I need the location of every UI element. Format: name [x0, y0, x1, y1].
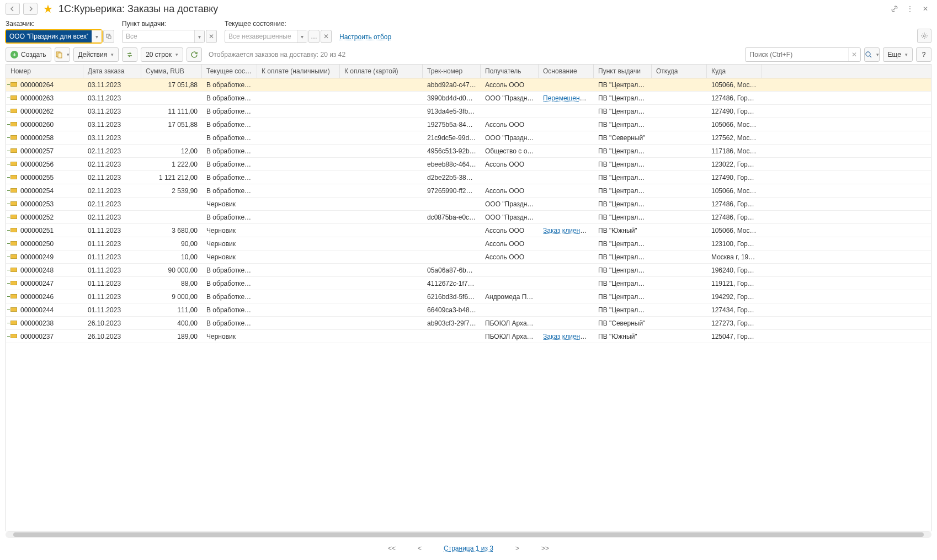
cell-sum: 90,00	[141, 240, 202, 248]
table-row[interactable]: 00000025302.11.2023ЧерновикООО "Праздник…	[6, 198, 931, 211]
th-state[interactable]: Текущее состоя...	[202, 65, 257, 78]
cell-receiver: Ассоль ООО	[481, 227, 539, 234]
cell-number: 000000254	[6, 187, 83, 195]
table-row[interactable]: 00000024901.11.202310,00ЧерновикАссоль О…	[6, 250, 931, 264]
state-clear-button[interactable]: ✕	[321, 30, 332, 43]
table-row[interactable]: 00000024601.11.20239 000,00В обработке (…	[6, 290, 931, 303]
cell-track: 19275b5a-8492-...	[423, 121, 481, 129]
help-button[interactable]: ?	[916, 47, 931, 62]
search-input[interactable]	[746, 48, 848, 61]
basis-link[interactable]: Перемещение т...	[543, 94, 594, 102]
table-row[interactable]: 00000026403.11.202317 051,88В обработке …	[6, 78, 931, 92]
state-input[interactable]	[225, 30, 297, 42]
close-icon[interactable]: ✕	[919, 3, 931, 15]
table-row[interactable]: 00000025702.11.202312,00В обработке (но.…	[6, 145, 931, 158]
customer-dropdown-button[interactable]: ▾	[92, 30, 102, 42]
more-button[interactable]: Еще ▾	[883, 47, 913, 62]
cell-state: Черновик	[202, 200, 257, 208]
nav-forward-button[interactable]	[23, 3, 38, 15]
th-from[interactable]: Откуда	[652, 65, 707, 78]
nav-back-button[interactable]	[6, 3, 20, 15]
cell-receiver: ПБОЮЛ Архаров	[481, 333, 539, 340]
th-track[interactable]: Трек-номер	[423, 65, 481, 78]
pager-prev[interactable]: <	[418, 545, 422, 552]
cell-pickup: ПВ "Центральн...	[594, 108, 652, 115]
favorite-star-icon[interactable]: ★	[43, 2, 53, 15]
th-sum[interactable]: Сумма, RUB	[141, 65, 202, 78]
document-icon	[10, 268, 17, 272]
horizontal-scrollbar[interactable]	[6, 531, 931, 538]
pager-last[interactable]: >>	[541, 545, 549, 552]
th-basis[interactable]: Основание	[539, 65, 594, 78]
pager-first[interactable]: <<	[388, 545, 396, 552]
cell-number: 000000237	[6, 333, 83, 340]
th-date[interactable]: Дата заказа	[83, 65, 141, 78]
rows-button[interactable]: 20 строк ▾	[141, 47, 183, 62]
cell-number: 000000246	[6, 293, 83, 301]
th-number[interactable]: Номер	[6, 65, 83, 78]
cell-pickup: ПВ "Центральн...	[594, 253, 652, 261]
state-dropdown-button[interactable]: ▾	[297, 30, 307, 42]
cell-state: В обработке (но...	[202, 81, 257, 89]
table-row[interactable]: 00000024801.11.202390 000,00В обработке …	[6, 264, 931, 277]
table-row[interactable]: 00000025001.11.202390,00ЧерновикАссоль О…	[6, 237, 931, 250]
cell-track: 3990bd4d-d061-...	[423, 94, 481, 102]
cell-receiver: Общество с огр...	[481, 147, 539, 155]
th-card[interactable]: К оплате (картой)	[340, 65, 423, 78]
cell-basis: Заказ клиента 0...	[539, 227, 594, 234]
create-button[interactable]: + Создать	[6, 47, 51, 62]
table-row[interactable]: 00000025502.11.20231 121 212,00В обработ…	[6, 171, 931, 184]
cell-date: 02.11.2023	[83, 147, 141, 155]
th-cash[interactable]: К оплате (наличными)	[257, 65, 340, 78]
table-row[interactable]: 00000025101.11.20233 680,00ЧерновикАссол…	[6, 224, 931, 237]
state-extra-button[interactable]: …	[308, 30, 320, 43]
cell-pickup: ПВ "Центральн...	[594, 293, 652, 301]
actions-button[interactable]: Действия ▾	[73, 47, 119, 62]
copy-button[interactable]: ▾	[55, 47, 70, 62]
cell-track: 4956c513-92bc-...	[423, 147, 481, 155]
document-icon	[10, 321, 17, 325]
table-row[interactable]: 00000023726.10.2023189,00ЧерновикПБОЮЛ А…	[6, 330, 931, 343]
customer-open-button[interactable]	[103, 30, 114, 43]
customer-input[interactable]	[6, 30, 92, 42]
advanced-search-button[interactable]: ▾	[864, 47, 880, 62]
table-row[interactable]: 00000026203.11.202311 111,00В обработке …	[6, 105, 931, 118]
cell-date: 01.11.2023	[83, 253, 141, 261]
table-row[interactable]: 00000024701.11.202388,00В обработке (но.…	[6, 277, 931, 290]
swap-button[interactable]	[122, 47, 137, 62]
pickup-clear-button[interactable]: ✕	[206, 30, 217, 43]
th-pickup[interactable]: Пункт выдачи	[594, 65, 652, 78]
table-row[interactable]: 00000023826.10.2023400,00В обработке (но…	[6, 317, 931, 330]
cell-date: 26.10.2023	[83, 333, 141, 340]
cell-sum: 189,00	[141, 333, 202, 340]
table-row[interactable]: 00000026003.11.202317 051,88В обработке …	[6, 118, 931, 131]
table-row[interactable]: 00000025402.11.20232 539,90В обработке (…	[6, 184, 931, 198]
kebab-menu-icon[interactable]: ⋮	[904, 3, 916, 15]
table-row[interactable]: 00000026303.11.2023В обработке (но...399…	[6, 92, 931, 105]
document-icon	[10, 307, 17, 312]
cell-number: 000000257	[6, 147, 83, 155]
table-row[interactable]: 00000024401.11.2023111,00В обработке (но…	[6, 303, 931, 317]
pickup-dropdown-button[interactable]: ▾	[194, 30, 204, 42]
filter-settings-button[interactable]	[917, 29, 931, 43]
cell-track: 4112672c-1f78-4...	[423, 280, 481, 287]
cell-pickup: ПВ "Центральн...	[594, 280, 652, 287]
cell-to: 117186, Москва...	[707, 147, 762, 155]
cell-track: 6216bd3d-5f63-4...	[423, 293, 481, 301]
configure-filter-link[interactable]: Настроить отбор	[339, 33, 391, 43]
link-icon[interactable]	[888, 3, 901, 15]
table-row[interactable]: 00000025202.11.2023В обработке (но...dc0…	[6, 211, 931, 224]
pager-next[interactable]: >	[515, 545, 519, 552]
pager-current[interactable]: Страница 1 из 3	[444, 545, 493, 552]
pickup-input[interactable]	[123, 30, 194, 42]
refresh-button[interactable]	[187, 47, 202, 62]
th-receiver[interactable]: Получатель	[481, 65, 539, 78]
table-row[interactable]: 00000025803.11.2023В обработке (но...21c…	[6, 131, 931, 145]
table-row[interactable]: 00000025602.11.20231 222,00В обработке (…	[6, 158, 931, 171]
basis-link[interactable]: Заказ клиента 0...	[543, 227, 594, 234]
th-to[interactable]: Куда	[707, 65, 762, 78]
document-icon	[10, 175, 17, 179]
search-clear-button[interactable]: ✕	[848, 48, 860, 61]
basis-link[interactable]: Заказ клиента 0...	[543, 333, 594, 340]
document-icon	[10, 162, 17, 166]
